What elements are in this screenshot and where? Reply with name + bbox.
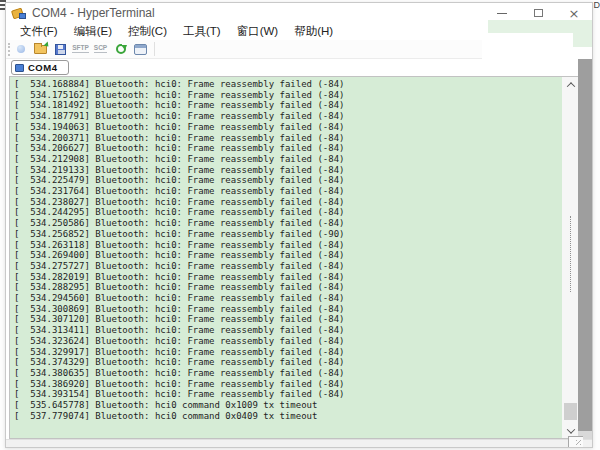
menu-item[interactable]: 文件(F) xyxy=(12,23,66,40)
menu-item[interactable]: 帮助(H) xyxy=(286,23,341,40)
log-line: [ 537.779074] Bluetooth: hci0 command 0x… xyxy=(14,411,562,422)
open-button[interactable] xyxy=(31,41,50,58)
menu-item[interactable]: 窗口(W) xyxy=(229,23,287,40)
log-line: [ 534.256852] Bluetooth: hci0: Frame rea… xyxy=(14,229,562,240)
connect-icon xyxy=(17,45,25,53)
log-line: [ 534.323624] Bluetooth: hci0: Frame rea… xyxy=(14,336,562,347)
menu-item[interactable]: 工具(T) xyxy=(175,23,229,40)
tab-label: COM4 xyxy=(28,62,57,73)
chevron-up-icon xyxy=(566,82,574,90)
log-line: [ 534.225479] Bluetooth: hci0: Frame rea… xyxy=(14,175,562,186)
new-window-button[interactable] xyxy=(131,41,150,58)
desktop-text-fragment-right: D xyxy=(594,0,600,10)
right-filler-stripe xyxy=(578,59,592,431)
hyperterminal-app-icon xyxy=(12,7,26,19)
log-line: [ 534.393154] Bluetooth: hci0: Frame rea… xyxy=(14,389,562,400)
resize-grip-dots xyxy=(576,440,581,445)
log-line: [ 534.244295] Bluetooth: hci0: Frame rea… xyxy=(14,207,562,218)
open-folder-icon xyxy=(34,45,47,54)
sftp-icon: SFTP xyxy=(72,45,89,53)
log-line: [ 534.231764] Bluetooth: hci0: Frame rea… xyxy=(14,186,562,197)
toolbar-grip[interactable] xyxy=(8,43,10,56)
refresh-button[interactable] xyxy=(111,41,130,58)
log-line: [ 534.275727] Bluetooth: hci0: Frame rea… xyxy=(14,261,562,272)
vertical-scrollbar[interactable] xyxy=(562,77,579,438)
resize-grip[interactable] xyxy=(568,436,583,447)
log-line: [ 534.288295] Bluetooth: hci0: Frame rea… xyxy=(14,282,562,293)
scroll-up-button[interactable] xyxy=(562,77,579,92)
log-line: [ 534.187791] Bluetooth: hci0: Frame rea… xyxy=(14,111,562,122)
log-line: [ 534.386920] Bluetooth: hci0: Frame rea… xyxy=(14,379,562,390)
chevron-down-icon xyxy=(566,425,574,433)
log-line: [ 534.263118] Bluetooth: hci0: Frame rea… xyxy=(14,240,562,251)
monitor-icon xyxy=(15,64,24,72)
desktop: D COM4 - HyperTerminal × 文件(F)编辑(E)控制(C)… xyxy=(0,0,600,450)
scrollbar-thumb[interactable] xyxy=(564,403,577,420)
terminal-container: [ 534.168884] Bluetooth: hci0: Frame rea… xyxy=(9,76,580,439)
window-title: COM4 - HyperTerminal xyxy=(32,6,155,20)
tab-com4[interactable]: COM4 xyxy=(11,60,69,75)
connect-button[interactable] xyxy=(11,41,30,58)
menu-bar-green-band-corner xyxy=(573,20,592,47)
sftp-button[interactable]: SFTP xyxy=(71,41,90,58)
scp-icon: SCP xyxy=(94,45,107,53)
refresh-icon xyxy=(116,44,126,54)
minimize-icon xyxy=(497,13,507,14)
log-line: [ 534.380635] Bluetooth: hci0: Frame rea… xyxy=(14,368,562,379)
terminal-output[interactable]: [ 534.168884] Bluetooth: hci0: Frame rea… xyxy=(10,77,562,438)
log-line: [ 534.374329] Bluetooth: hci0: Frame rea… xyxy=(14,357,562,368)
toolbar: SFTP SCP xyxy=(6,40,482,59)
scrollbar-position-mark xyxy=(570,216,571,292)
save-icon xyxy=(55,44,66,55)
toolbar-separator xyxy=(154,42,155,56)
log-line: [ 534.313411] Bluetooth: hci0: Frame rea… xyxy=(14,325,562,336)
new-window-icon xyxy=(134,44,147,55)
log-line: [ 534.181492] Bluetooth: hci0: Frame rea… xyxy=(14,100,562,111)
log-line: [ 534.282019] Bluetooth: hci0: Frame rea… xyxy=(14,272,562,283)
log-line: [ 534.329917] Bluetooth: hci0: Frame rea… xyxy=(14,347,562,358)
log-line: [ 535.645778] Bluetooth: hci0 command 0x… xyxy=(14,400,562,411)
log-line: [ 534.219133] Bluetooth: hci0: Frame rea… xyxy=(14,165,562,176)
log-line: [ 534.212908] Bluetooth: hci0: Frame rea… xyxy=(14,154,562,165)
maximize-icon xyxy=(534,9,543,17)
scp-button[interactable]: SCP xyxy=(91,41,110,58)
log-line: [ 534.206627] Bluetooth: hci0: Frame rea… xyxy=(14,143,562,154)
save-button[interactable] xyxy=(51,41,70,58)
log-line: [ 534.250586] Bluetooth: hci0: Frame rea… xyxy=(14,218,562,229)
menu-item[interactable]: 编辑(E) xyxy=(66,23,120,40)
log-line: [ 534.300869] Bluetooth: hci0: Frame rea… xyxy=(14,304,562,315)
log-line: [ 534.194063] Bluetooth: hci0: Frame rea… xyxy=(14,122,562,133)
menu-item[interactable]: 控制(C) xyxy=(120,23,175,40)
hyperterminal-window: COM4 - HyperTerminal × 文件(F)编辑(E)控制(C)工具… xyxy=(5,2,593,448)
log-line: [ 534.238027] Bluetooth: hci0: Frame rea… xyxy=(14,197,562,208)
log-line: [ 534.269400] Bluetooth: hci0: Frame rea… xyxy=(14,250,562,261)
log-line: [ 534.175162] Bluetooth: hci0: Frame rea… xyxy=(14,90,562,101)
status-bar xyxy=(6,439,592,447)
close-icon: × xyxy=(569,7,580,20)
log-line: [ 534.168884] Bluetooth: hci0: Frame rea… xyxy=(14,79,562,90)
log-line: [ 534.307120] Bluetooth: hci0: Frame rea… xyxy=(14,314,562,325)
log-line: [ 534.200371] Bluetooth: hci0: Frame rea… xyxy=(14,133,562,144)
log-line: [ 534.294560] Bluetooth: hci0: Frame rea… xyxy=(14,293,562,304)
tab-bar: COM4 xyxy=(6,59,577,76)
